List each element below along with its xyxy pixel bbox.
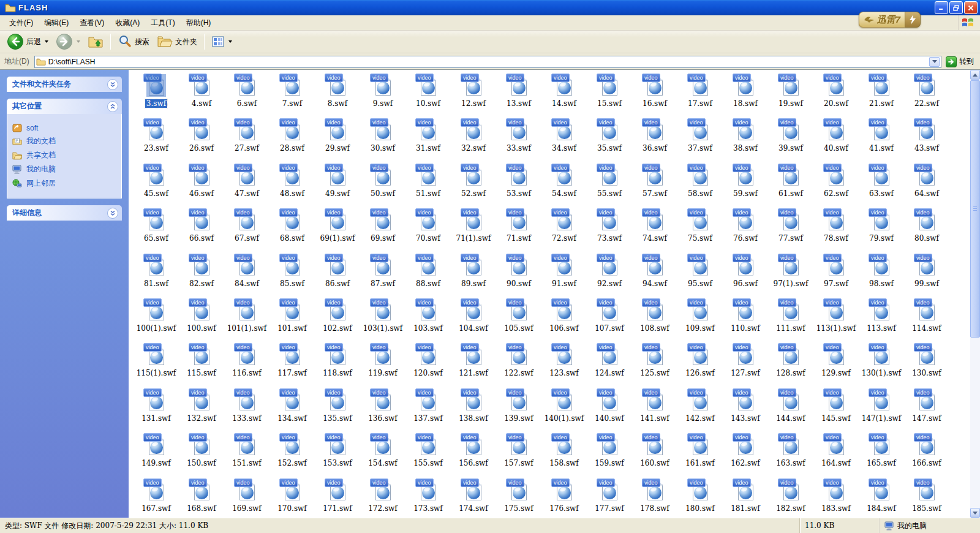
file-item[interactable]: video 134.swf xyxy=(270,388,315,433)
file-item[interactable]: video 54.swf xyxy=(541,163,587,208)
restore-button[interactable] xyxy=(949,1,963,14)
place-item-my-computer[interactable]: 我的电脑 xyxy=(12,164,116,175)
file-item[interactable]: video 182.swf xyxy=(768,478,813,518)
file-item[interactable]: video 13.swf xyxy=(496,73,541,118)
file-item[interactable]: video 35.swf xyxy=(587,118,632,162)
file-item[interactable]: video 127.swf xyxy=(723,342,768,387)
scroll-down-button[interactable] xyxy=(970,508,980,518)
scrollbar-thumb[interactable] xyxy=(970,80,980,338)
file-item[interactable]: video 166.swf xyxy=(904,433,949,477)
file-item[interactable]: video 163.swf xyxy=(768,433,813,477)
file-item[interactable]: video 108.swf xyxy=(632,298,677,342)
forward-button[interactable] xyxy=(53,31,83,52)
file-item[interactable]: video 87.swf xyxy=(360,253,405,298)
file-item[interactable]: video 86.swf xyxy=(315,253,360,298)
file-item[interactable]: video 142.swf xyxy=(677,388,723,433)
file-item[interactable]: video 31.swf xyxy=(405,118,451,162)
file-item[interactable]: video 165.swf xyxy=(859,433,904,477)
file-item[interactable]: video 32.swf xyxy=(451,118,496,162)
file-item[interactable]: video 20.swf xyxy=(813,73,859,118)
file-item[interactable]: video 6.swf xyxy=(224,73,270,118)
file-item[interactable]: video 52.swf xyxy=(451,163,496,208)
file-item[interactable]: video 80.swf xyxy=(904,208,949,252)
file-item[interactable]: video 7.swf xyxy=(270,73,315,118)
views-button[interactable] xyxy=(208,33,235,50)
file-item[interactable]: video 116.swf xyxy=(224,342,270,387)
back-button[interactable]: 后退 xyxy=(4,31,51,52)
file-item[interactable]: video 57.swf xyxy=(632,163,677,208)
file-item[interactable]: video 64.swf xyxy=(904,163,949,208)
file-item[interactable]: video 150.swf xyxy=(179,433,224,477)
file-item[interactable]: video 17.swf xyxy=(677,73,723,118)
file-item[interactable]: video 8.swf xyxy=(315,73,360,118)
file-item[interactable]: video 77.swf xyxy=(768,208,813,252)
file-item[interactable]: video 123.swf xyxy=(541,342,587,387)
file-item[interactable]: video 170.swf xyxy=(270,478,315,518)
place-label[interactable]: soft xyxy=(26,124,38,132)
file-item[interactable]: video 177.swf xyxy=(587,478,632,518)
file-item[interactable]: video 90.swf xyxy=(496,253,541,298)
file-item[interactable]: video 26.swf xyxy=(179,118,224,162)
file-item[interactable]: video 21.swf xyxy=(859,73,904,118)
file-item[interactable]: video 50.swf xyxy=(360,163,405,208)
file-item[interactable]: video 59.swf xyxy=(723,163,768,208)
file-item[interactable]: video 144.swf xyxy=(768,388,813,433)
file-item[interactable]: video 101(1).swf xyxy=(224,298,270,342)
file-item[interactable]: video 29.swf xyxy=(315,118,360,162)
file-item[interactable]: video 99.swf xyxy=(904,253,949,298)
file-item[interactable]: video 79.swf xyxy=(859,208,904,252)
file-item[interactable]: video 130.swf xyxy=(904,342,949,387)
file-item[interactable]: video 101.swf xyxy=(270,298,315,342)
thunder-button[interactable]: 迅雷7 xyxy=(859,12,921,28)
place-item-soft[interactable]: soft xyxy=(12,123,116,132)
file-item[interactable]: video 85.swf xyxy=(270,253,315,298)
place-label[interactable]: 共享文档 xyxy=(26,150,56,161)
place-label[interactable]: 我的电脑 xyxy=(26,164,56,175)
file-item[interactable]: video 178.swf xyxy=(632,478,677,518)
file-item[interactable]: video 63.swf xyxy=(859,163,904,208)
file-item[interactable]: video 43.swf xyxy=(904,118,949,162)
file-item[interactable]: video 70.swf xyxy=(405,208,451,252)
file-item[interactable]: video 46.swf xyxy=(179,163,224,208)
file-item[interactable]: video 103(1).swf xyxy=(360,298,405,342)
file-item[interactable]: video 92.swf xyxy=(587,253,632,298)
minimize-button[interactable] xyxy=(935,1,948,14)
file-item[interactable]: video 113(1).swf xyxy=(813,298,859,342)
file-item[interactable]: video 71(1).swf xyxy=(451,208,496,252)
search-button[interactable]: 搜索 xyxy=(115,32,153,51)
close-button[interactable] xyxy=(964,1,978,14)
file-item[interactable]: video 48.swf xyxy=(270,163,315,208)
file-item[interactable]: video 47.swf xyxy=(224,163,270,208)
file-item[interactable]: video 72.swf xyxy=(541,208,587,252)
address-dropdown-button[interactable] xyxy=(929,57,940,67)
file-item[interactable]: video 125.swf xyxy=(632,342,677,387)
menu-item-tools[interactable]: 工具(T) xyxy=(145,16,180,30)
file-item[interactable]: video 153.swf xyxy=(315,433,360,477)
file-item[interactable]: video 81.swf xyxy=(134,253,179,298)
file-item[interactable]: video 41.swf xyxy=(859,118,904,162)
file-item[interactable]: video 128.swf xyxy=(768,342,813,387)
file-item[interactable]: video 114.swf xyxy=(904,298,949,342)
file-item[interactable]: video 115(1).swf xyxy=(134,342,179,387)
file-item[interactable]: video 40.swf xyxy=(813,118,859,162)
file-item[interactable]: video 151.swf xyxy=(224,433,270,477)
menu-item-favorites[interactable]: 收藏(A) xyxy=(110,16,145,30)
file-item[interactable]: video 95.swf xyxy=(677,253,723,298)
file-item[interactable]: video 110.swf xyxy=(723,298,768,342)
file-item[interactable]: video 183.swf xyxy=(813,478,859,518)
file-item[interactable]: video 120.swf xyxy=(405,342,451,387)
file-item[interactable]: video 98.swf xyxy=(859,253,904,298)
menu-item-help[interactable]: 帮助(H) xyxy=(181,16,217,30)
file-item[interactable]: video 37.swf xyxy=(677,118,723,162)
file-item[interactable]: video 75.swf xyxy=(677,208,723,252)
file-item[interactable]: video 156.swf xyxy=(451,433,496,477)
file-item[interactable]: video 10.swf xyxy=(405,73,451,118)
file-tasks-header[interactable]: 文件和文件夹任务 xyxy=(7,77,122,92)
file-item[interactable]: video 51.swf xyxy=(405,163,451,208)
file-item[interactable]: video 139.swf xyxy=(496,388,541,433)
file-item[interactable]: video 65.swf xyxy=(134,208,179,252)
file-item[interactable]: video 33.swf xyxy=(496,118,541,162)
place-item-shared-documents[interactable]: 共享文档 xyxy=(12,150,116,161)
file-item[interactable]: video 34.swf xyxy=(541,118,587,162)
file-item[interactable]: video 173.swf xyxy=(405,478,451,518)
